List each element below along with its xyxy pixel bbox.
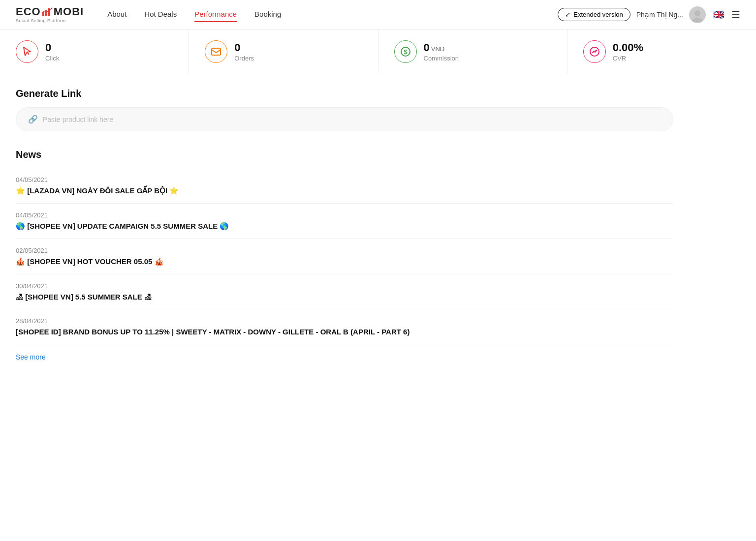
trend-icon (589, 46, 600, 58)
logo-chart-icon (42, 7, 53, 16)
news-item: 04/05/2021 🌎 [SHOPEE VN] UPDATE CAMPAIGN… (16, 204, 673, 239)
stat-click-info: 0 Click (45, 41, 59, 62)
stat-click: 0 Click (0, 30, 189, 74)
stat-cvr: 0.00% CVR (567, 30, 756, 74)
news-item: 30/04/2021 🏖 [SHOPEE VN] 5.5 SUMMER SALE… (16, 274, 673, 309)
generate-link-title: Generate Link (16, 88, 673, 99)
svg-point-5 (693, 18, 702, 22)
link-input-placeholder: Paste product link here (43, 116, 113, 123)
news-item: 28/04/2021 [SHOPEE ID] BRAND BONUS UP TO… (16, 309, 673, 344)
svg-rect-2 (48, 8, 50, 16)
header-right: ⤢ Extended version Phạm Thị Ng... 🇬🇧 ☰ (558, 6, 740, 23)
link-chain-icon: 🔗 (28, 115, 38, 124)
dollar-icon: $ (400, 46, 411, 58)
stat-orders-info: 0 Orders (234, 41, 254, 62)
hamburger-icon[interactable]: ☰ (731, 10, 740, 20)
stat-commission-icon-wrap: $ (394, 40, 417, 63)
language-flag[interactable]: 🇬🇧 (712, 10, 725, 20)
news-title-5[interactable]: [SHOPEE ID] BRAND BONUS UP TO 11.25% | S… (16, 328, 673, 336)
cursor-icon (21, 46, 33, 58)
svg-point-3 (51, 7, 52, 9)
stat-commission: $ 0VND Commission (378, 30, 567, 74)
stat-cvr-value: 0.00% (613, 41, 643, 54)
svg-point-4 (694, 10, 700, 16)
stat-orders-label: Orders (234, 55, 254, 62)
generate-link-section: Generate Link 🔗 Paste product link here (16, 88, 673, 131)
nav-performance[interactable]: Performance (194, 7, 237, 22)
stat-orders-icon-wrap (205, 40, 227, 63)
svg-rect-6 (212, 48, 220, 55)
mail-icon (210, 46, 222, 58)
news-date-1: 04/05/2021 (16, 176, 673, 183)
news-title-1[interactable]: ⭐ [LAZADA VN] NGÀY ĐÔI SALE GẤP BỘI ⭐ (16, 186, 673, 195)
main-nav: About Hot Deals Performance Booking (107, 7, 558, 22)
stat-orders: 0 Orders (189, 30, 378, 74)
stats-bar: 0 Click 0 Orders $ 0VND Commiss (0, 30, 756, 74)
news-title: News (16, 149, 673, 160)
nav-booking[interactable]: Booking (254, 7, 281, 22)
logo-mobi: MOBI (54, 6, 84, 17)
stat-click-value: 0 (45, 41, 59, 54)
news-item: 04/05/2021 ⭐ [LAZADA VN] NGÀY ĐÔI SALE G… (16, 168, 673, 204)
stat-click-label: Click (45, 55, 59, 62)
stat-cvr-info: 0.00% CVR (613, 41, 643, 62)
news-title-2[interactable]: 🌎 [SHOPEE VN] UPDATE CAMPAIGN 5.5 SUMMER… (16, 222, 673, 231)
news-section: News 04/05/2021 ⭐ [LAZADA VN] NGÀY ĐÔI S… (16, 149, 673, 361)
see-more-link[interactable]: See more (16, 353, 46, 361)
stat-cvr-label: CVR (613, 55, 643, 62)
stat-commission-label: Commission (424, 55, 459, 62)
logo: ECO MOBI Social Selling Platform (16, 6, 84, 23)
news-title-4[interactable]: 🏖 [SHOPEE VN] 5.5 SUMMER SALE 🏖 (16, 293, 673, 301)
extended-version-button[interactable]: ⤢ Extended version (558, 8, 630, 21)
stat-commission-value: 0VND (424, 41, 459, 54)
logo-eco: ECO (16, 6, 41, 17)
news-item: 02/05/2021 🎪 [SHOPEE VN] HOT VOUCHER 05.… (16, 239, 673, 274)
main-content: Generate Link 🔗 Paste product link here … (0, 74, 689, 375)
header: ECO MOBI Social Selling Platform About H… (0, 0, 756, 30)
stat-cvr-icon-wrap (583, 40, 606, 63)
link-input-wrap[interactable]: 🔗 Paste product link here (16, 107, 673, 131)
news-date-3: 02/05/2021 (16, 247, 673, 254)
stat-commission-info: 0VND Commission (424, 41, 459, 62)
nav-hotdeals[interactable]: Hot Deals (144, 7, 177, 22)
stat-orders-value: 0 (234, 41, 254, 54)
logo-subtitle: Social Selling Platform (16, 18, 84, 23)
extended-version-label: Extended version (573, 11, 623, 18)
user-name: Phạm Thị Ng... (636, 11, 683, 19)
resize-icon: ⤢ (565, 11, 570, 18)
news-date-2: 04/05/2021 (16, 211, 673, 219)
news-title-3[interactable]: 🎪 [SHOPEE VN] HOT VOUCHER 05.05 🎪 (16, 257, 673, 266)
nav-about[interactable]: About (107, 7, 126, 22)
logo-brand: ECO MOBI (16, 6, 84, 17)
stat-click-icon-wrap (16, 40, 38, 63)
user-avatar (689, 6, 706, 23)
news-date-4: 30/04/2021 (16, 282, 673, 290)
news-date-5: 28/04/2021 (16, 317, 673, 325)
svg-text:$: $ (404, 48, 408, 56)
